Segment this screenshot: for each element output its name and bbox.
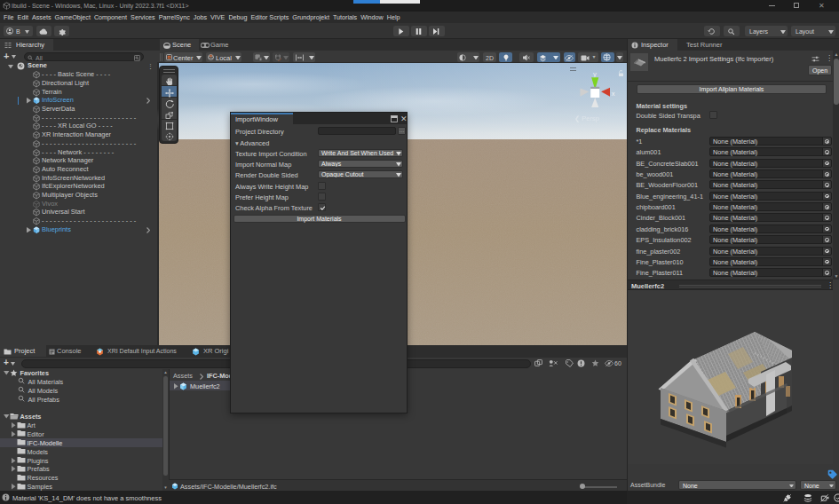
svg-text:y: y [593, 70, 597, 78]
svg-text:x: x [612, 90, 615, 98]
